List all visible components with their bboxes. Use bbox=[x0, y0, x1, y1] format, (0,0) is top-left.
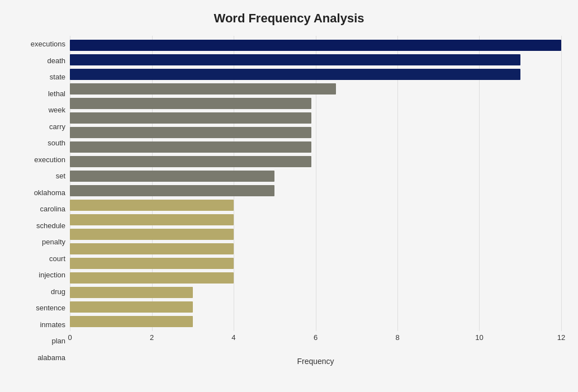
y-label: injection bbox=[17, 267, 65, 283]
bar bbox=[70, 141, 311, 153]
bar bbox=[70, 229, 234, 240]
y-label: lethal bbox=[17, 86, 65, 101]
bar-row bbox=[70, 213, 561, 226]
x-tick: 4 bbox=[231, 333, 235, 342]
y-label: executions bbox=[17, 36, 65, 52]
bar-row bbox=[70, 97, 561, 110]
bar bbox=[70, 54, 520, 65]
chart-area: executionsdeathstatelethalweekcarrysouth… bbox=[17, 36, 561, 366]
bar-row bbox=[70, 257, 561, 270]
bar bbox=[70, 40, 561, 51]
bar-row bbox=[70, 169, 561, 183]
bar-row bbox=[70, 199, 561, 212]
x-tick: 6 bbox=[314, 333, 318, 342]
chart-title: Word Frequency Analysis bbox=[17, 11, 561, 26]
bars-wrapper bbox=[70, 36, 561, 331]
y-label: south bbox=[17, 135, 65, 151]
bar-row bbox=[70, 82, 561, 96]
y-label: set bbox=[17, 168, 65, 184]
bar bbox=[70, 287, 193, 298]
bar-row bbox=[70, 300, 561, 314]
y-label: carry bbox=[17, 119, 65, 134]
y-label: inmates bbox=[17, 317, 65, 332]
y-labels: executionsdeathstatelethalweekcarrysouth… bbox=[17, 36, 70, 366]
bar-row bbox=[70, 271, 561, 285]
bar-row bbox=[70, 315, 561, 328]
bar-row bbox=[70, 111, 561, 125]
bar-row bbox=[70, 39, 561, 52]
chart-container: Word Frequency Analysis executionsdeaths… bbox=[0, 0, 578, 392]
bar bbox=[70, 243, 234, 254]
y-label: state bbox=[17, 69, 65, 85]
bar bbox=[70, 316, 193, 327]
grid-line bbox=[561, 36, 562, 331]
bar-row bbox=[70, 184, 561, 197]
y-label: plan bbox=[17, 333, 65, 349]
y-label: penalty bbox=[17, 234, 65, 250]
y-label: death bbox=[17, 53, 65, 68]
y-label: oklahoma bbox=[17, 185, 65, 200]
bar bbox=[70, 83, 336, 95]
x-axis-label: Frequency bbox=[70, 357, 561, 366]
y-label: sentence bbox=[17, 300, 65, 316]
bar bbox=[70, 272, 234, 284]
y-label: drug bbox=[17, 284, 65, 299]
bar bbox=[70, 98, 311, 109]
bar bbox=[70, 185, 274, 196]
bar bbox=[70, 301, 193, 313]
bar-row bbox=[70, 155, 561, 168]
bars-section: 024681012 Frequency bbox=[70, 36, 561, 366]
grid-and-bars bbox=[70, 36, 561, 331]
bar bbox=[70, 171, 274, 182]
x-axis: 024681012 bbox=[70, 333, 561, 344]
y-label: court bbox=[17, 251, 65, 266]
bar bbox=[70, 200, 234, 211]
bar bbox=[70, 214, 234, 225]
bar-row bbox=[70, 53, 561, 67]
y-label: week bbox=[17, 102, 65, 118]
bar bbox=[70, 258, 234, 269]
y-label: carolina bbox=[17, 201, 65, 217]
bar bbox=[70, 156, 311, 167]
y-label: alabama bbox=[17, 350, 65, 365]
bar-row bbox=[70, 228, 561, 241]
y-label: schedule bbox=[17, 218, 65, 233]
bar-row bbox=[70, 68, 561, 81]
x-tick: 10 bbox=[475, 333, 483, 342]
bar-row bbox=[70, 126, 561, 139]
bar bbox=[70, 69, 520, 80]
x-tick: 2 bbox=[150, 333, 154, 342]
bar bbox=[70, 112, 311, 124]
x-tick: 12 bbox=[557, 333, 565, 342]
x-tick: 8 bbox=[395, 333, 399, 342]
bar-row bbox=[70, 242, 561, 256]
x-tick: 0 bbox=[68, 333, 72, 342]
bar-row bbox=[70, 286, 561, 299]
bar-row bbox=[70, 140, 561, 154]
y-label: execution bbox=[17, 152, 65, 167]
bar bbox=[70, 127, 311, 138]
